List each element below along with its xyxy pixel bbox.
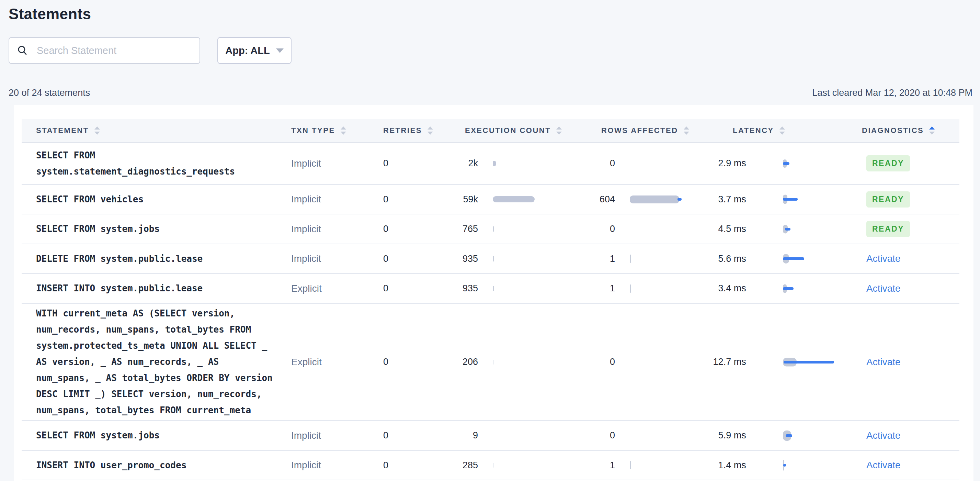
latency-mean-bar — [783, 464, 786, 467]
sort-asc-icon — [94, 126, 100, 129]
column-header-txn-type[interactable]: TXN TYPE — [285, 126, 371, 135]
latency-value: 12.7 ms — [708, 357, 746, 367]
latency-mean-bar — [783, 162, 789, 165]
column-header-statement[interactable]: STATEMENT — [22, 126, 285, 135]
sort-asc-icon — [929, 126, 935, 129]
rows-affected-value: 1 — [563, 283, 615, 294]
txn-type-cell: Implicit — [285, 158, 371, 169]
execution-count-bar-area — [493, 286, 494, 291]
txn-type-cell: Implicit — [285, 194, 371, 205]
sort-arrows-icon — [94, 126, 100, 135]
statement-text[interactable]: SELECT FROM system.statement_diagnostics… — [36, 147, 277, 180]
statement-cell: SELECT FROM vehicles — [22, 191, 285, 207]
table-row: SELECT FROM vehiclesImplicit059k6043.7 m… — [22, 185, 959, 214]
latency-cell: 5.6 ms — [708, 251, 859, 266]
execution-count-bar-area — [493, 226, 494, 232]
column-header-retries[interactable]: RETRIES — [371, 126, 419, 135]
activate-diagnostics-link[interactable]: Activate — [866, 460, 901, 471]
retries-value: 0 — [383, 253, 388, 264]
page-title: Statements — [9, 5, 972, 23]
retries-value: 0 — [383, 224, 388, 234]
column-header-label: STATEMENT — [36, 126, 89, 135]
toolbar: App: ALL — [9, 37, 972, 64]
search-box[interactable] — [9, 37, 200, 64]
retries-cell: 0 — [371, 253, 419, 264]
execution-count-cell: 935 — [419, 283, 563, 294]
txn-type-value: Implicit — [291, 158, 321, 169]
retries-value: 0 — [383, 158, 388, 169]
statement-text[interactable]: SELECT FROM system.jobs — [36, 221, 277, 237]
diagnostics-ready-badge[interactable]: READY — [866, 221, 910, 237]
rows-affected-cell: 0 — [563, 430, 708, 441]
table-body: SELECT FROM system.statement_diagnostics… — [22, 143, 959, 480]
meta-row: 20 of 24 statements Last cleared Mar 12,… — [9, 88, 972, 98]
latency-value: 1.4 ms — [708, 460, 746, 471]
search-icon — [17, 45, 28, 56]
table-row: INSERT INTO system.public.leaseExplicit0… — [22, 274, 959, 304]
diagnostics-cell: Activate — [859, 283, 959, 294]
latency-mean-bar — [783, 257, 804, 260]
statement-text[interactable]: INSERT INTO user_promo_codes — [36, 457, 277, 473]
table-row: DELETE FROM system.public.leaseImplicit0… — [22, 244, 959, 274]
txn-type-value: Implicit — [291, 460, 321, 471]
statement-cell: SELECT FROM system.jobs — [22, 427, 285, 444]
table-row: INSERT INTO user_promo_codesImplicit0285… — [22, 451, 959, 480]
execution-count-bar-area — [493, 256, 494, 261]
execution-count-cell: 935 — [419, 253, 563, 264]
execution-count-value: 2k — [419, 158, 478, 169]
column-header-latency[interactable]: LATENCY — [708, 126, 859, 135]
retries-cell: 0 — [371, 430, 419, 441]
column-header-execution-count[interactable]: EXECUTION COUNT — [419, 126, 563, 135]
rows-affected-cell: 1 — [563, 253, 708, 264]
rows-affected-bar — [630, 285, 631, 293]
activate-diagnostics-link[interactable]: Activate — [866, 283, 901, 294]
diagnostics-cell: Activate — [859, 357, 959, 368]
sort-asc-icon — [340, 126, 346, 129]
statement-cell: SELECT FROM system.statement_diagnostics… — [22, 147, 285, 180]
latency-cell: 1.4 ms — [708, 458, 859, 473]
app-filter-dropdown[interactable]: App: ALL — [217, 37, 291, 64]
activate-diagnostics-link[interactable]: Activate — [866, 430, 901, 441]
column-header-rows-affected[interactable]: ROWS AFFECTED — [563, 126, 708, 135]
rows-affected-cell: 0 — [563, 158, 708, 169]
rows-affected-value: 0 — [563, 357, 615, 367]
statement-text[interactable]: INSERT INTO system.public.lease — [36, 280, 277, 296]
rows-affected-bar — [630, 461, 631, 469]
rows-affected-bar — [630, 255, 631, 263]
statement-cell: SELECT FROM system.jobs — [22, 221, 285, 237]
statement-text[interactable]: SELECT FROM system.jobs — [36, 427, 277, 444]
rows-affected-cell: 0 — [563, 224, 708, 234]
statement-text[interactable]: DELETE FROM system.public.lease — [36, 251, 277, 267]
table-row: SELECT FROM system.jobsImplicit0905.9 ms… — [22, 421, 959, 451]
execution-count-value: 206 — [419, 357, 478, 367]
latency-bar-chart — [783, 355, 859, 370]
execution-count-bar-area — [493, 161, 496, 166]
latency-bar-chart — [783, 251, 859, 266]
search-input[interactable] — [36, 45, 192, 57]
activate-diagnostics-link[interactable]: Activate — [866, 253, 901, 264]
txn-type-value: Implicit — [291, 224, 321, 235]
latency-cell: 3.4 ms — [708, 281, 859, 296]
diagnostics-ready-badge[interactable]: READY — [866, 191, 910, 207]
sort-asc-icon — [556, 126, 562, 129]
sort-desc-icon — [340, 132, 346, 135]
latency-value: 5.9 ms — [708, 430, 746, 441]
statement-text[interactable]: WITH current_meta AS (SELECT version, nu… — [36, 306, 277, 419]
txn-type-cell: Explicit — [285, 357, 371, 368]
column-header-diagnostics[interactable]: DIAGNOSTICS — [859, 126, 959, 135]
table-row: WITH current_meta AS (SELECT version, nu… — [22, 304, 959, 421]
diagnostics-ready-badge[interactable]: READY — [866, 155, 910, 172]
sort-desc-icon — [556, 132, 562, 135]
activate-diagnostics-link[interactable]: Activate — [866, 357, 901, 368]
latency-bar-chart — [783, 221, 859, 237]
sort-arrows-icon — [684, 126, 689, 135]
app-filter-label: App: ALL — [225, 45, 270, 56]
latency-mean-bar — [784, 361, 834, 363]
latency-cell: 12.7 ms — [708, 355, 859, 370]
execution-count-bar — [493, 161, 496, 166]
sort-arrows-icon — [556, 126, 562, 135]
sort-desc-icon — [929, 132, 935, 135]
latency-bar-chart — [783, 281, 859, 296]
rows-affected-bar-area — [630, 461, 631, 469]
statement-text[interactable]: SELECT FROM vehicles — [36, 191, 277, 207]
